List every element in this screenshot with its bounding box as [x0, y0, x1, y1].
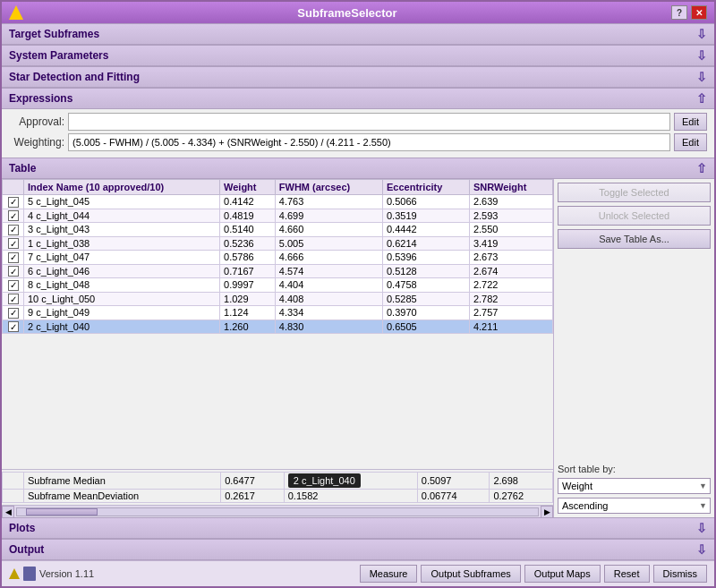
section-system-parameters-arrow: ⇩ — [696, 48, 707, 63]
col-eccentricity: 0.6505 — [382, 320, 469, 334]
weighting-row: Weighting: Edit — [9, 133, 707, 151]
col-snrweight: 2.757 — [469, 306, 552, 320]
col-eccentricity: 0.5066 — [382, 195, 469, 209]
dismiss-button[interactable]: Dismiss — [653, 565, 708, 583]
subframe-stats: Subframe Median 0.6477 2 c_Light_040 0.5… — [2, 469, 553, 505]
table-scroll-area[interactable]: Index Name (10 approved/10) Weight FWHM … — [2, 179, 553, 469]
table-row[interactable]: ✓3 c_Light_0430.51404.6600.44422.550 — [3, 223, 553, 237]
row-checkbox[interactable]: ✓ — [3, 236, 24, 251]
table-row[interactable]: ✓10 c_Light_0501.0294.4080.52852.782 — [3, 292, 553, 306]
h-scroll-left[interactable]: ◀ — [2, 506, 14, 518]
col-snrweight: 2.550 — [469, 223, 552, 237]
stat-meandev-check — [3, 490, 24, 503]
col-snrweight: 2.674 — [469, 264, 552, 278]
col-snrweight: 3.419 — [469, 236, 552, 251]
col-eccentricity[interactable]: Eccentricity — [382, 180, 469, 195]
section-output[interactable]: Output ⇩ — [2, 539, 714, 560]
row-checkbox[interactable]: ✓ — [3, 209, 24, 223]
col-index: 7 c_Light_047 — [24, 251, 220, 265]
section-plots-arrow: ⇩ — [696, 521, 707, 535]
stat-median-weight: 0.6477 — [221, 473, 285, 490]
table-row[interactable]: ✓7 c_Light_0470.57864.6660.53962.673 — [3, 251, 553, 265]
col-snrweight: 2.782 — [469, 292, 552, 306]
close-button[interactable]: ✕ — [691, 5, 707, 20]
col-snrweight: 4.211 — [469, 320, 552, 334]
row-checkbox[interactable]: ✓ — [3, 264, 24, 278]
sort-label: Sort table by: — [558, 464, 711, 474]
col-fwhm: 5.005 — [275, 236, 382, 251]
output-maps-button[interactable]: Output Maps — [524, 565, 601, 583]
col-eccentricity: 0.5285 — [382, 292, 469, 306]
section-system-parameters[interactable]: System Parameters ⇩ — [2, 45, 714, 66]
col-eccentricity: 0.6214 — [382, 236, 469, 251]
sort-by-select[interactable]: Weight FWHM Eccentricity SNRWeight — [558, 478, 711, 494]
h-scroll-right[interactable]: ▶ — [541, 506, 553, 518]
col-weight: 0.7167 — [220, 264, 276, 278]
row-checkbox[interactable]: ✓ — [3, 223, 24, 237]
col-weight: 0.5786 — [220, 251, 276, 265]
section-target-subframes-label: Target Subframes — [9, 28, 99, 40]
table-row[interactable]: ✓2 c_Light_0401.2604.8300.65054.211 — [3, 320, 553, 334]
table-row[interactable]: ✓1 c_Light_0380.52365.0050.62143.419 — [3, 236, 553, 251]
col-index[interactable]: Index Name (10 approved/10) — [24, 180, 220, 195]
row-checkbox[interactable]: ✓ — [3, 320, 24, 334]
section-expressions-label: Expressions — [9, 92, 72, 105]
row-checkbox[interactable]: ✓ — [3, 195, 24, 209]
table-row[interactable]: ✓5 c_Light_0450.41424.7630.50662.639 — [3, 195, 553, 209]
section-table-header[interactable]: Table ⇧ — [2, 158, 714, 179]
measure-button[interactable]: Measure — [360, 565, 418, 583]
col-weight: 0.9997 — [220, 278, 276, 293]
col-weight[interactable]: Weight — [220, 180, 276, 195]
section-expressions-arrow: ⇧ — [696, 91, 707, 106]
weighting-edit-button[interactable]: Edit — [674, 133, 707, 151]
col-weight: 0.5140 — [220, 223, 276, 237]
col-index: 4 c_Light_044 — [24, 209, 220, 223]
save-table-button[interactable]: Save Table As... — [558, 229, 711, 249]
stat-meandev-eccentricity: 0.06774 — [417, 490, 490, 503]
section-expressions[interactable]: Expressions ⇧ — [2, 88, 714, 109]
sort-order-wrapper: Ascending Descending — [558, 498, 711, 514]
h-scrollbar[interactable]: ◀ ▶ — [2, 505, 553, 517]
toggle-selected-button[interactable]: Toggle Selected — [558, 183, 711, 202]
section-output-arrow: ⇩ — [696, 542, 707, 557]
row-checkbox[interactable]: ✓ — [3, 292, 24, 306]
table-row[interactable]: ✓9 c_Light_0491.1244.3340.39702.757 — [3, 306, 553, 320]
right-panel-spacer — [558, 252, 711, 460]
col-snrweight[interactable]: SNRWeight — [469, 180, 552, 195]
col-index: 2 c_Light_040 — [24, 320, 220, 334]
table-row[interactable]: ✓8 c_Light_0480.99974.4040.47582.722 — [3, 278, 553, 293]
section-target-subframes[interactable]: Target Subframes ⇩ — [2, 23, 714, 45]
section-output-label: Output — [9, 543, 44, 556]
section-star-detection[interactable]: Star Detection and Fitting ⇩ — [2, 66, 714, 88]
help-button[interactable]: ? — [671, 5, 687, 20]
approval-row: Approval: Edit — [9, 113, 707, 131]
col-eccentricity: 0.3970 — [382, 306, 469, 320]
stat-meandev-snrweight: 0.2762 — [490, 490, 553, 503]
approval-edit-button[interactable]: Edit — [674, 113, 707, 131]
output-subframes-button[interactable]: Output Subframes — [421, 565, 520, 583]
col-check[interactable] — [3, 180, 24, 195]
section-system-parameters-label: System Parameters — [9, 49, 108, 62]
col-fwhm[interactable]: FWHM (arcsec) — [275, 180, 382, 195]
table-row[interactable]: ✓6 c_Light_0460.71674.5740.51282.674 — [3, 264, 553, 278]
app-icon — [9, 5, 23, 20]
row-checkbox[interactable]: ✓ — [3, 278, 24, 293]
row-checkbox[interactable]: ✓ — [3, 306, 24, 320]
stat-meandev-label: Subframe MeanDeviation — [24, 490, 221, 503]
h-scrollbar-track[interactable] — [16, 507, 539, 516]
table-row[interactable]: ✓4 c_Light_0440.48194.6990.35192.593 — [3, 209, 553, 223]
table-section: Index Name (10 approved/10) Weight FWHM … — [2, 179, 553, 517]
weighting-input[interactable] — [68, 133, 670, 151]
col-eccentricity: 0.5396 — [382, 251, 469, 265]
h-scrollbar-thumb[interactable] — [26, 508, 98, 516]
approval-input[interactable] — [68, 113, 670, 131]
unlock-selected-button[interactable]: Unlock Selected — [558, 206, 711, 226]
section-plots[interactable]: Plots ⇩ — [2, 517, 714, 539]
section-star-detection-label: Star Detection and Fitting — [9, 71, 140, 83]
col-index: 10 c_Light_050 — [24, 292, 220, 306]
reset-button[interactable]: Reset — [604, 565, 650, 583]
sort-order-select[interactable]: Ascending Descending — [558, 498, 711, 514]
col-snrweight: 2.639 — [469, 195, 552, 209]
stat-meandev-weight: 0.2617 — [221, 490, 285, 503]
row-checkbox[interactable]: ✓ — [3, 251, 24, 265]
